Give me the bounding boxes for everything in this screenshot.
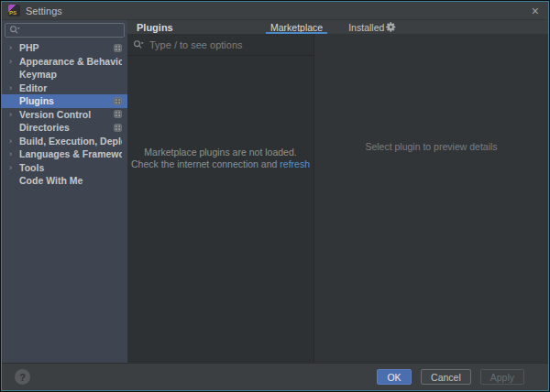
sidebar-item-php[interactable]: › PHP <box>2 41 127 55</box>
apply-button[interactable]: Apply <box>480 369 524 385</box>
sidebar-item-directories[interactable]: Directories <box>2 121 127 135</box>
question-mark-icon: ? <box>19 372 26 383</box>
tab-installed[interactable]: Installed <box>344 20 389 34</box>
chevron-right-icon: › <box>9 43 19 52</box>
empty-message-line1: Marketplace plugins are not loaded. <box>127 147 314 158</box>
sidebar-item-code-with-me[interactable]: Code With Me <box>2 174 127 188</box>
app-icon-letters: PS <box>9 10 16 16</box>
plugin-details-panel: Select plugin to preview details <box>314 34 548 363</box>
settings-sidebar: › PHP › Appearance & Behavior Keymap › E <box>2 20 127 363</box>
project-settings-icon <box>114 44 122 52</box>
settings-search-box[interactable] <box>5 23 125 38</box>
sidebar-item-appearance-behavior[interactable]: › Appearance & Behavior <box>2 55 127 69</box>
plugin-list-panel: Marketplace plugins are not loaded. Chec… <box>127 34 314 363</box>
phpstorm-app-icon: PS <box>8 5 20 16</box>
sidebar-items: › PHP › Appearance & Behavior Keymap › E <box>2 41 127 188</box>
refresh-link[interactable]: refresh <box>280 158 310 169</box>
dialog-footer: ? OK Cancel Apply <box>2 363 548 390</box>
ok-button[interactable]: OK <box>377 369 412 385</box>
project-settings-icon <box>114 97 122 105</box>
chevron-right-icon: › <box>9 83 19 93</box>
search-icon <box>9 25 20 36</box>
sidebar-item-editor[interactable]: › Editor <box>2 82 127 95</box>
marketplace-empty-message: Marketplace plugins are not loaded. Chec… <box>127 56 314 170</box>
plugin-search-box[interactable] <box>127 34 314 56</box>
settings-search-input[interactable] <box>20 25 120 36</box>
cancel-button[interactable]: Cancel <box>421 369 471 385</box>
sidebar-item-version-control[interactable]: › Version Control <box>2 108 127 122</box>
details-placeholder-text: Select plugin to preview details <box>365 141 497 152</box>
chevron-right-icon: › <box>9 136 19 146</box>
chevron-right-icon: › <box>9 110 19 119</box>
plugins-tabs: Marketplace Installed <box>266 20 389 34</box>
chevron-right-icon: › <box>9 163 19 172</box>
sidebar-item-tools[interactable]: › Tools <box>2 161 127 175</box>
settings-dialog: PS Settings × › PHP <box>1 1 549 391</box>
help-button[interactable]: ? <box>15 369 30 385</box>
plugins-header: Plugins Marketplace Installed <box>127 20 548 34</box>
sidebar-item-keymap[interactable]: Keymap <box>2 68 127 82</box>
project-settings-icon <box>114 110 122 118</box>
chevron-right-icon: › <box>9 149 19 158</box>
empty-message-line2: Check the internet connection and refres… <box>127 158 314 170</box>
titlebar: PS Settings × <box>2 2 548 20</box>
sidebar-item-build-execution-deployment[interactable]: › Build, Execution, Deployment <box>2 135 127 148</box>
chevron-right-icon: › <box>9 57 19 66</box>
sidebar-item-languages-frameworks[interactable]: › Languages & Frameworks <box>2 147 127 161</box>
close-icon[interactable]: × <box>532 3 539 19</box>
page-title: Plugins <box>137 22 173 33</box>
search-icon <box>133 39 144 50</box>
sidebar-item-plugins[interactable]: Plugins <box>2 94 127 108</box>
window-title: Settings <box>26 5 62 16</box>
tab-marketplace[interactable]: Marketplace <box>266 20 327 34</box>
gear-icon[interactable] <box>385 21 397 33</box>
plugin-search-input[interactable] <box>144 39 308 50</box>
project-settings-icon <box>114 124 122 132</box>
